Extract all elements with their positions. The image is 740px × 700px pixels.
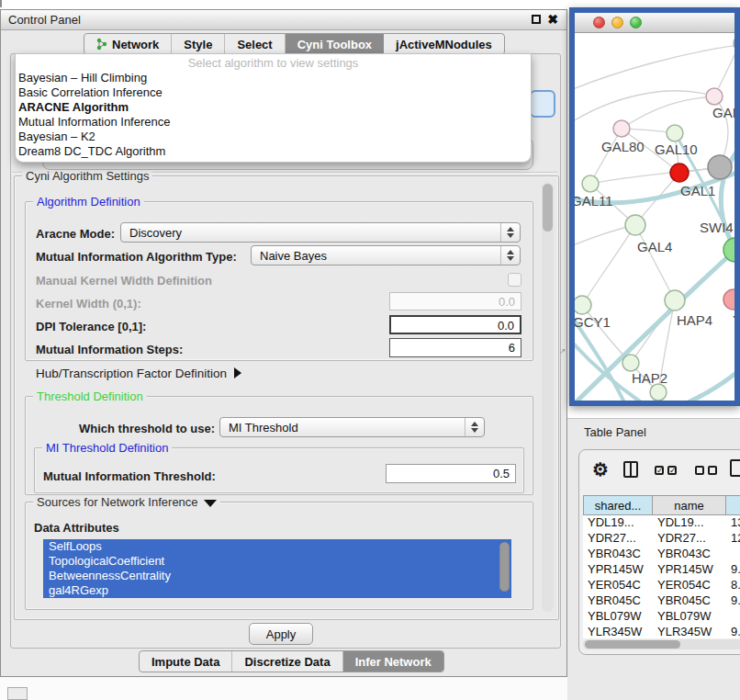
hub-definition-expander[interactable]: Hub/Transcription Factor Definition (36, 367, 241, 380)
table-horizontal-scrollbar[interactable] (583, 639, 740, 649)
table-cell[interactable]: 9. (726, 593, 740, 609)
tab-infer-network[interactable]: Infer Network (343, 651, 443, 672)
network-edge[interactable] (582, 225, 635, 305)
pane-resize-handle[interactable]: ↗ (559, 346, 566, 356)
apply-button[interactable]: Apply (249, 623, 313, 645)
tab-network[interactable]: Network (84, 34, 172, 54)
network-node[interactable] (650, 384, 667, 401)
network-node[interactable] (575, 296, 591, 314)
network-node[interactable] (622, 355, 639, 371)
checked-checkbox-icon[interactable]: ✓ (667, 466, 677, 475)
list-scrollbar-thumb[interactable] (499, 542, 510, 592)
mac-minimize-button[interactable] (611, 17, 623, 28)
algorithm-option[interactable]: Bayesian – Hill Climbing (16, 71, 531, 85)
mi-steps-field[interactable]: 6 (389, 338, 521, 357)
table-cell[interactable]: 9. (726, 562, 740, 578)
table-cell[interactable]: YDR27... (583, 531, 653, 547)
mi-algorithm-type-select[interactable]: Naive Bayes (251, 245, 521, 265)
network-node[interactable] (667, 125, 683, 141)
column-header-partial[interactable]: A (726, 495, 740, 515)
table-cell[interactable]: YBR045C (653, 593, 726, 609)
table-cell[interactable]: YPR145W (583, 562, 653, 578)
mac-close-button[interactable] (593, 17, 605, 28)
gear-icon[interactable]: ⚙ (592, 458, 609, 480)
control-panel-titlebar[interactable]: Control Panel ✖ (1, 10, 566, 30)
scrollbar-thumb[interactable] (543, 184, 553, 231)
network-node[interactable] (665, 290, 685, 310)
table-row[interactable]: YER054CYER054C8. (583, 578, 740, 593)
table-cell[interactable]: YBL079W (653, 609, 726, 625)
network-edge[interactable] (575, 91, 714, 121)
network-edge[interactable] (575, 45, 734, 89)
network-node[interactable] (670, 164, 689, 182)
table-cell[interactable]: 9. (726, 625, 740, 638)
table-cell[interactable]: YBL079W (583, 609, 653, 625)
algorithm-option[interactable]: Basic Correlation Inference (16, 85, 531, 100)
tab-discretize-data[interactable]: Discretize Data (232, 651, 342, 672)
table-row[interactable]: YBL079WYBL079W (583, 609, 740, 625)
table-cell[interactable]: YER054C (583, 578, 653, 593)
table-row[interactable]: YBR045CYBR045C9. (583, 593, 740, 609)
network-node[interactable] (734, 36, 734, 51)
table-cell[interactable]: YBR043C (653, 547, 726, 562)
table-row[interactable]: YDR27...YDR27...12 (583, 531, 740, 547)
tab-jactivemnodules[interactable]: jActiveMNodules (384, 34, 504, 54)
table-cell[interactable]: YPR145W (653, 562, 726, 578)
data-attribute-item[interactable]: TopologicalCoefficient (43, 554, 511, 569)
kernel-width-field[interactable]: 0.0 (389, 292, 521, 310)
table-row[interactable]: YBR043CYBR043C (583, 547, 740, 562)
tab-impute-data[interactable]: Impute Data (140, 651, 232, 672)
minimized-panel-button[interactable] (7, 687, 28, 700)
table-cell[interactable]: YLR345W (583, 625, 653, 638)
table-cell[interactable]: YBR045C (583, 593, 653, 609)
unchecked-checkbox-icon[interactable] (695, 466, 704, 475)
tab-cyni-toolbox[interactable]: Cyni Toolbox (286, 34, 384, 54)
table-cell[interactable] (726, 609, 740, 625)
data-attribute-item[interactable]: BetweennessCentrality (43, 569, 511, 583)
manual-kernel-width-checkbox[interactable] (508, 273, 521, 287)
algorithm-option[interactable]: Dream8 DC_TDC Algorithm (16, 144, 531, 159)
sources-title[interactable]: Sources for Network Inference (33, 495, 220, 509)
table-cell[interactable]: YER054C (653, 578, 726, 593)
data-attribute-item[interactable]: SelfLoops (43, 539, 511, 554)
network-canvas[interactable]: GALGAL80GAL10GAL1GAL11GAL4SWI4HAP4YGCY1H… (575, 32, 734, 401)
settings-vertical-scrollbar[interactable] (542, 182, 554, 612)
table-cell[interactable]: YDR27... (653, 531, 726, 547)
network-node[interactable] (625, 215, 645, 235)
table-cell[interactable]: YDL19... (583, 515, 653, 531)
float-window-icon[interactable] (532, 15, 541, 24)
network-node[interactable] (706, 88, 723, 105)
mi-threshold-field[interactable]: 0.5 (386, 464, 516, 483)
table-cell[interactable]: 8. (726, 578, 740, 593)
network-node[interactable] (582, 175, 599, 192)
network-edge[interactable] (669, 367, 734, 401)
tab-style[interactable]: Style (172, 34, 225, 54)
unchecked-checkbox-icon[interactable] (708, 466, 717, 475)
column-header-name[interactable]: name (653, 495, 726, 515)
network-node[interactable] (723, 289, 734, 310)
table-cell[interactable]: 13 (726, 515, 740, 531)
network-edge[interactable] (635, 225, 675, 300)
mac-zoom-button[interactable] (630, 17, 642, 28)
table-row[interactable]: YDL19...YDL19...13 (583, 515, 740, 531)
table-row[interactable]: YLR345WYLR345W9. (583, 625, 740, 638)
network-edge[interactable] (590, 129, 622, 184)
table-cell[interactable] (726, 547, 740, 562)
table-cell[interactable]: YDL19... (653, 515, 726, 531)
column-header-shared-name[interactable]: shared... (583, 495, 653, 515)
document-icon[interactable] (730, 459, 740, 477)
table-cell[interactable]: YBR043C (583, 547, 653, 562)
columns-icon[interactable] (623, 461, 638, 478)
network-node[interactable] (613, 120, 630, 137)
network-graph[interactable]: GALGAL80GAL10GAL1GAL11GAL4SWI4HAP4YGCY1H… (575, 32, 734, 401)
data-attributes-list[interactable]: SelfLoopsTopologicalCoefficientBetweenne… (43, 539, 511, 598)
dpi-tolerance-field[interactable]: 0.0 (389, 315, 521, 334)
network-edge[interactable] (622, 96, 714, 129)
close-icon[interactable]: ✖ (547, 14, 558, 25)
which-threshold-select[interactable]: MI Threshold (219, 417, 485, 437)
table-row[interactable]: YPR145WYPR145W9. (583, 562, 740, 578)
table-cell[interactable]: YLR345W (653, 625, 726, 638)
data-attribute-item[interactable]: gal4RGexp (43, 583, 511, 598)
aracne-mode-select[interactable]: Discovery (120, 222, 521, 243)
tab-select[interactable]: Select (225, 34, 285, 54)
